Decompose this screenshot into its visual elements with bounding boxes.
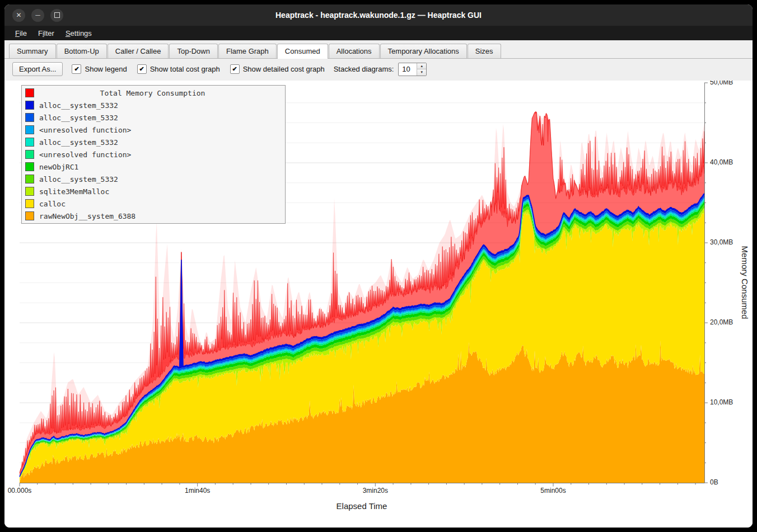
- tab-summary[interactable]: Summary: [9, 44, 56, 58]
- checkbox-icon: ✔: [72, 64, 81, 74]
- legend-label: newObjRC1: [39, 163, 78, 171]
- tab-allocations[interactable]: Allocations: [329, 44, 380, 58]
- color-swatch: [25, 175, 34, 183]
- x-tick-label: 00.000s: [8, 487, 32, 495]
- y-tick-label: 30,0MB: [710, 238, 733, 246]
- heaptrack-window: ✕ ─ Heaptrack - heaptrack.wakunode.1.gz …: [4, 4, 753, 528]
- tab-consumed[interactable]: Consumed: [277, 44, 328, 59]
- legend-row: <unresolved function>: [22, 124, 285, 136]
- spin-down-button[interactable]: ▼: [417, 69, 426, 76]
- checkbox-label: Show detailed cost graph: [243, 65, 325, 73]
- legend-label: calloc: [39, 200, 66, 208]
- titlebar: ✕ ─ Heaptrack - heaptrack.wakunode.1.gz …: [4, 4, 753, 26]
- x-axis-label: Elapsed Time: [337, 501, 387, 511]
- y-axis-label: Memory Consumed: [740, 246, 750, 319]
- menubar: FileFilterSettings: [4, 26, 753, 40]
- x-tick-label: 3min20s: [363, 487, 388, 495]
- tab-caller-callee[interactable]: Caller / Callee: [108, 44, 169, 58]
- legend-label: alloc__system_5332: [39, 138, 118, 147]
- color-swatch: [25, 150, 34, 159]
- y-tick-label: 0B: [710, 478, 718, 486]
- export-as-button[interactable]: Export As...: [12, 62, 63, 76]
- checkbox-icon: ✔: [230, 64, 240, 74]
- color-swatch: [25, 138, 34, 147]
- legend-row: alloc__system_5332: [22, 99, 285, 111]
- tab-sizes[interactable]: Sizes: [468, 44, 501, 58]
- stacked-diagrams-spinbox[interactable]: 10 ▲ ▼: [398, 63, 427, 76]
- menu-file[interactable]: File: [10, 27, 32, 39]
- legend-row: <unresolved function>: [22, 148, 285, 161]
- window-controls: ✕ ─: [12, 4, 63, 26]
- legend-label: alloc__system_5332: [39, 175, 118, 183]
- spin-up-button[interactable]: ▲: [417, 63, 426, 69]
- tab-temporary-allocations[interactable]: Temporary Allocations: [380, 44, 467, 58]
- legend-label: <unresolved function>: [39, 126, 131, 134]
- legend-row: sqlite3MemMalloc: [22, 185, 285, 197]
- show-legend-checkbox[interactable]: ✔Show legend: [72, 64, 127, 74]
- color-swatch: [25, 199, 34, 208]
- x-tick-label: 1min40s: [185, 487, 210, 495]
- color-swatch: [25, 101, 34, 110]
- tab-bar: SummaryBottom-UpCaller / CalleeTop-DownF…: [4, 40, 753, 59]
- legend-row: alloc__system_5332: [22, 136, 285, 148]
- show-detailed-cost-graph-checkbox[interactable]: ✔Show detailed cost graph: [230, 64, 325, 74]
- chevron-down-icon: ▼: [420, 70, 423, 74]
- legend-row: rawNewObj__system_6388: [22, 210, 285, 222]
- legend-label: alloc__system_5332: [39, 114, 118, 122]
- legend-row: alloc__system_5332: [22, 111, 285, 124]
- chevron-up-icon: ▲: [420, 64, 423, 68]
- y-tick-label: 20,0MB: [710, 318, 733, 326]
- color-swatch: [25, 162, 34, 171]
- minimize-icon: ─: [35, 11, 40, 19]
- tab-flame-graph[interactable]: Flame Graph: [218, 44, 277, 58]
- color-swatch: [25, 125, 34, 134]
- legend-label: <unresolved function>: [39, 150, 131, 159]
- menu-settings[interactable]: Settings: [60, 27, 97, 39]
- chart-legend: Total Memory Consumptionalloc__system_53…: [21, 85, 286, 224]
- menu-filter[interactable]: Filter: [33, 27, 59, 39]
- toolbar: Export As... ✔Show legend✔Show total cos…: [4, 59, 753, 81]
- legend-title-row: Total Memory Consumption: [22, 87, 285, 99]
- maximize-button[interactable]: [50, 9, 63, 22]
- maximize-icon: [54, 12, 60, 18]
- spin-buttons: ▲ ▼: [417, 63, 426, 76]
- legend-label: Total Memory Consumption: [39, 89, 282, 97]
- color-swatch: [25, 187, 34, 196]
- show-total-cost-graph-checkbox[interactable]: ✔Show total cost graph: [137, 64, 220, 74]
- checkbox-icon: ✔: [137, 64, 147, 74]
- color-swatch: [25, 211, 34, 220]
- legend-label: rawNewObj__system_6388: [39, 212, 135, 220]
- color-swatch: [25, 88, 34, 97]
- legend-row: newObjRC1: [22, 161, 285, 173]
- close-icon: ✕: [16, 11, 21, 19]
- stacked-diagrams-label: Stacked diagrams:: [334, 65, 394, 73]
- tab-bottom-up[interactable]: Bottom-Up: [57, 44, 107, 58]
- checkbox-label: Show total cost graph: [150, 65, 220, 73]
- window-title: Heaptrack - heaptrack.wakunode.1.gz — He…: [275, 11, 482, 20]
- toolbar-checkboxes: ✔Show legend✔Show total cost graph✔Show …: [72, 64, 324, 74]
- y-tick-label: 10,0MB: [710, 398, 733, 406]
- stacked-diagrams-control: Stacked diagrams: 10 ▲ ▼: [334, 63, 427, 76]
- legend-row: calloc: [22, 197, 285, 210]
- y-tick-label: 50,0MB: [710, 81, 733, 86]
- checkbox-label: Show legend: [85, 65, 127, 73]
- consumed-chart-area[interactable]: Total Memory Consumptionalloc__system_53…: [4, 81, 753, 528]
- tab-top-down[interactable]: Top-Down: [169, 44, 218, 58]
- y-tick-label: 40,0MB: [710, 158, 733, 166]
- minimize-button[interactable]: ─: [31, 9, 44, 22]
- stacked-diagrams-value[interactable]: 10: [399, 63, 417, 76]
- legend-label: alloc__system_5332: [39, 101, 118, 110]
- x-tick-label: 5min00s: [540, 487, 566, 495]
- legend-row: alloc__system_5332: [22, 173, 285, 185]
- close-button[interactable]: ✕: [12, 9, 25, 22]
- color-swatch: [25, 113, 34, 122]
- legend-label: sqlite3MemMalloc: [39, 187, 109, 196]
